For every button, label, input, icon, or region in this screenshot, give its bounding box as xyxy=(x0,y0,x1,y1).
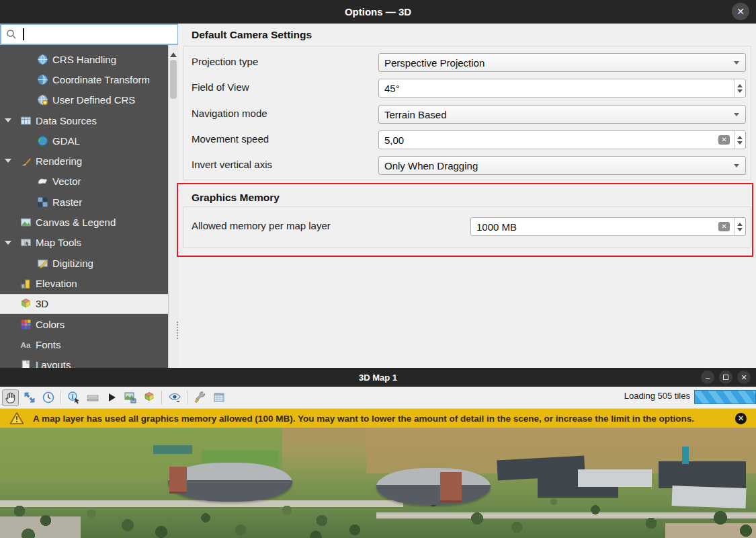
fonts-icon: Aa xyxy=(20,339,32,350)
warning-message-text: A map layer has used all graphics memory… xyxy=(33,414,726,424)
navigation-mode-value: Terrain Based xyxy=(379,109,734,120)
sidebar-item-label: GDAL xyxy=(52,135,80,147)
sidebar-item-3d[interactable]: 3D xyxy=(0,294,168,314)
sidebar-item-label: 3D xyxy=(36,298,48,309)
eye-icon[interactable] xyxy=(166,389,183,406)
graphics-memory-title: Graphics Memory xyxy=(192,192,280,204)
loading-status-text: Loading 505 tiles xyxy=(624,391,690,401)
allowed-memory-input[interactable]: 1000 MB ✕ xyxy=(470,217,746,236)
sidebar-item-fonts[interactable]: Aa Fonts xyxy=(0,334,168,354)
cube-3d-icon xyxy=(20,298,32,309)
options-sidebar: CRS Handling Coordinate Transform User D… xyxy=(0,45,168,368)
pan-tool-icon[interactable] xyxy=(2,389,19,406)
page-icon xyxy=(20,359,32,368)
camera-settings-title: Default Camera Settings xyxy=(192,29,312,41)
sidebar-item-user-defined-crs[interactable]: User Defined CRS xyxy=(0,90,168,110)
maximize-icon[interactable] xyxy=(719,371,732,384)
sidebar-item-map-tools[interactable]: Map Tools xyxy=(0,233,168,253)
scene-building xyxy=(682,447,689,464)
scrollbar-thumb[interactable] xyxy=(170,60,177,99)
sidebar-scrollbar[interactable] xyxy=(168,45,178,368)
scene-building xyxy=(440,472,462,502)
movement-speed-input[interactable]: 5,00 ✕ xyxy=(378,130,746,149)
sidebar-item-vector[interactable]: Vector xyxy=(0,171,168,192)
navigation-mode-select[interactable]: Terrain Based xyxy=(378,105,746,124)
toolbar-separator xyxy=(161,391,162,404)
scene-building xyxy=(169,467,187,494)
map-image-icon xyxy=(20,217,32,228)
measure-icon[interactable] xyxy=(84,389,101,406)
sidebar-item-label: Map Tools xyxy=(36,237,81,248)
globe-star-icon xyxy=(37,94,48,106)
shadow-settings-icon[interactable] xyxy=(210,389,227,406)
search-input[interactable] xyxy=(0,24,179,45)
toolbar-separator xyxy=(187,391,187,404)
brush-icon xyxy=(20,155,32,167)
scroll-up-icon[interactable] xyxy=(170,49,177,57)
scene-3d-icon[interactable] xyxy=(140,389,157,406)
invert-vertical-axis-select[interactable]: Only When Dragging xyxy=(378,156,746,175)
options-title: Options — 3D xyxy=(345,6,411,17)
spinner-buttons[interactable] xyxy=(734,131,745,149)
spinner-buttons[interactable] xyxy=(734,218,745,235)
invert-vertical-axis-value: Only When Dragging xyxy=(379,160,734,171)
checker-icon xyxy=(37,196,48,208)
tile-loading-progressbar xyxy=(694,390,756,404)
projection-type-select[interactable]: Perspective Projection xyxy=(378,53,746,72)
map-pencil-icon xyxy=(37,258,48,269)
spinner-buttons[interactable] xyxy=(734,79,745,97)
save-image-icon[interactable] xyxy=(122,389,138,406)
options-content: Default Camera Settings Projection type … xyxy=(178,24,756,368)
allowed-memory-value: 1000 MB xyxy=(471,221,718,233)
sidebar-item-crs-handling[interactable]: CRS Handling xyxy=(0,49,168,69)
map-3d-viewport[interactable] xyxy=(0,428,756,538)
scene-building xyxy=(578,469,652,487)
sidebar-item-gdal[interactable]: GDAL xyxy=(0,130,168,151)
map-window-controls: – ✕ xyxy=(701,371,751,384)
sidebar-item-label: Canvas & Legend xyxy=(36,217,116,228)
warning-triangle-icon xyxy=(9,412,24,425)
rotate-camera-icon[interactable] xyxy=(40,389,56,406)
sidebar-item-canvas-legend[interactable]: Canvas & Legend xyxy=(0,212,168,232)
configure-icon[interactable] xyxy=(192,389,208,406)
sidebar-item-data-sources[interactable]: Data Sources xyxy=(0,110,168,130)
expand-caret-icon[interactable] xyxy=(5,118,11,126)
zoom-tool-icon[interactable] xyxy=(21,389,38,406)
sidebar-item-layouts[interactable]: Layouts xyxy=(0,354,168,368)
expand-caret-icon[interactable] xyxy=(5,241,11,248)
form-row: Field of View 45° xyxy=(178,79,756,98)
field-of-view-input[interactable]: 45° xyxy=(378,79,746,98)
panel-splitter-handle[interactable] xyxy=(177,321,179,339)
expand-caret-icon[interactable] xyxy=(5,159,11,166)
play-animation-icon[interactable] xyxy=(103,389,120,406)
map-window-titlebar[interactable]: 3D Map 1 xyxy=(0,368,756,387)
table-icon xyxy=(20,115,32,126)
field-of-view-value: 45° xyxy=(379,83,734,94)
screen: Options — 3D ✕ CRS Handling Coordinate T… xyxy=(0,0,756,538)
clear-icon[interactable]: ✕ xyxy=(718,222,730,231)
sidebar-item-colors[interactable]: Colors xyxy=(0,314,168,334)
form-row: Navigation mode Terrain Based xyxy=(178,105,756,124)
field-of-view-label: Field of View xyxy=(192,81,249,93)
close-icon[interactable]: ✕ xyxy=(735,413,747,424)
close-icon[interactable]: ✕ xyxy=(737,371,751,384)
sidebar-item-coordinate-transform[interactable]: Coordinate Transform xyxy=(0,69,168,89)
close-icon[interactable]: ✕ xyxy=(732,3,749,20)
invert-vertical-axis-label: Invert vertical axis xyxy=(192,159,272,170)
elevation-icon xyxy=(20,278,32,289)
clear-icon[interactable]: ✕ xyxy=(718,135,730,145)
sidebar-item-label: Colors xyxy=(36,319,65,330)
scene-building xyxy=(659,461,746,488)
map-window-title: 3D Map 1 xyxy=(359,373,397,383)
projection-type-value: Perspective Projection xyxy=(379,57,734,69)
sidebar-item-raster[interactable]: Raster xyxy=(0,192,168,212)
globe-green-icon xyxy=(37,135,48,147)
minimize-icon[interactable]: – xyxy=(701,371,714,384)
sidebar-item-elevation[interactable]: Elevation xyxy=(0,273,168,293)
sidebar-item-label: Raster xyxy=(52,196,82,208)
sidebar-item-digitizing[interactable]: Digitizing xyxy=(0,253,168,273)
globe-icon xyxy=(37,74,48,85)
options-titlebar[interactable]: Options — 3D ✕ xyxy=(0,0,756,24)
identify-icon[interactable]: i xyxy=(65,389,82,406)
sidebar-item-rendering[interactable]: Rendering xyxy=(0,151,168,171)
